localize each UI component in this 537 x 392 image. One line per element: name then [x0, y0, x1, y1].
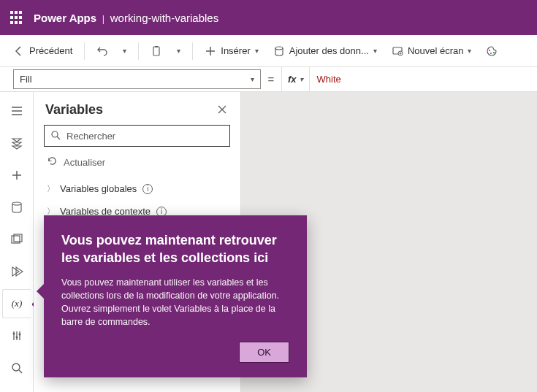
chevron-down-icon: ▾ — [468, 47, 471, 55]
svg-point-2 — [275, 47, 283, 50]
undo-icon — [96, 45, 108, 57]
rail-data[interactable] — [2, 193, 31, 222]
separator — [84, 42, 85, 60]
undo-split[interactable]: ▾ — [117, 42, 132, 59]
tree-row-global[interactable]: 〉 Variables globales i — [39, 177, 235, 200]
arrow-left-icon — [13, 45, 25, 57]
separator — [138, 42, 139, 60]
waffle-icon[interactable] — [9, 10, 23, 25]
add-data-button[interactable]: Ajouter des donn... ▾ — [267, 41, 383, 61]
chevron-right-icon: 〉 — [47, 183, 54, 194]
rail-power-automate[interactable] — [2, 257, 31, 286]
property-name: Fill — [20, 74, 32, 85]
svg-point-11 — [12, 333, 15, 335]
refresh-icon — [47, 155, 58, 169]
svg-rect-1 — [155, 46, 158, 47]
svg-point-5 — [489, 50, 490, 51]
rail-tree-view[interactable] — [2, 128, 31, 158]
refresh-label: Actualiser — [64, 157, 105, 168]
new-screen-label: Nouvel écran — [408, 45, 464, 56]
chevron-down-icon: ▾ — [177, 47, 180, 55]
chevron-down-icon: ▾ — [300, 75, 303, 83]
undo-button[interactable] — [91, 41, 114, 61]
rail-insert[interactable] — [2, 161, 31, 190]
close-panel-button[interactable] — [217, 104, 229, 116]
rail-media[interactable] — [2, 225, 31, 254]
chevron-down-icon: ▾ — [251, 75, 254, 83]
formula-bar: Fill ▾ = fx ▾ White — [0, 67, 537, 92]
svg-point-7 — [493, 52, 495, 53]
app-title-group: Power Apps | working-with-variables — [34, 12, 218, 24]
command-bar: Précédent ▾ ▾ Insérer ▾ Ajouter des donn… — [0, 35, 537, 67]
new-screen-button[interactable]: Nouvel écran ▾ — [386, 41, 478, 61]
left-rail: (x) — [0, 92, 34, 392]
fx-label: fx — [288, 74, 297, 85]
search-placeholder: Rechercher — [66, 131, 115, 142]
app-title: Power Apps — [34, 12, 96, 24]
search-input[interactable]: Rechercher — [44, 125, 230, 147]
rail-variables[interactable]: (x) — [2, 289, 31, 318]
search-icon — [50, 130, 61, 142]
callout-title: Vous pouvez maintenant retrouver les var… — [61, 231, 289, 267]
panel-title: Variables — [45, 102, 103, 118]
svg-point-14 — [12, 364, 20, 371]
teaching-callout: Vous pouvez maintenant retrouver les var… — [44, 215, 307, 377]
plus-icon — [205, 45, 216, 57]
fx-button[interactable]: fx ▾ — [281, 67, 310, 91]
clipboard-icon — [151, 45, 162, 57]
paste-split[interactable]: ▾ — [171, 42, 186, 59]
screen-icon — [392, 45, 403, 57]
rail-advanced-tools[interactable] — [2, 321, 31, 350]
chevron-down-icon: ▾ — [255, 47, 259, 55]
file-name: working-with-variables — [110, 12, 218, 24]
refresh-button[interactable]: Actualiser — [34, 151, 240, 176]
variable-x-icon: (x) — [12, 298, 22, 310]
palette-icon — [486, 45, 498, 57]
equals-sign: = — [261, 67, 281, 91]
paste-button[interactable] — [145, 41, 168, 61]
formula-input[interactable]: White — [310, 67, 537, 91]
formula-value: White — [317, 74, 341, 85]
rail-search[interactable] — [2, 353, 31, 383]
chevron-down-icon: ▾ — [373, 47, 377, 55]
add-data-label: Ajouter des donn... — [289, 45, 369, 56]
separator — [192, 42, 193, 60]
title-separator: | — [99, 13, 107, 24]
info-icon[interactable]: i — [142, 184, 153, 194]
back-button[interactable]: Précédent — [7, 41, 78, 61]
callout-ok-button[interactable]: OK — [239, 342, 289, 363]
rail-hamburger[interactable] — [2, 96, 31, 126]
svg-rect-0 — [153, 47, 159, 55]
svg-point-12 — [15, 337, 18, 339]
callout-body: Vous pouvez maintenant utiliser les vari… — [61, 276, 289, 329]
chevron-down-icon: ▾ — [123, 47, 126, 55]
theme-button[interactable] — [480, 41, 503, 61]
svg-point-15 — [52, 131, 58, 137]
svg-point-8 — [12, 202, 21, 205]
data-icon — [273, 45, 285, 57]
insert-button[interactable]: Insérer ▾ — [199, 41, 264, 61]
insert-label: Insérer — [221, 45, 250, 56]
suite-header: Power Apps | working-with-variables — [0, 0, 537, 35]
svg-point-6 — [490, 53, 492, 54]
back-label: Précédent — [29, 45, 72, 56]
tree-label: Variables globales — [60, 183, 137, 194]
property-selector[interactable]: Fill ▾ — [13, 69, 261, 89]
svg-point-13 — [18, 334, 20, 336]
